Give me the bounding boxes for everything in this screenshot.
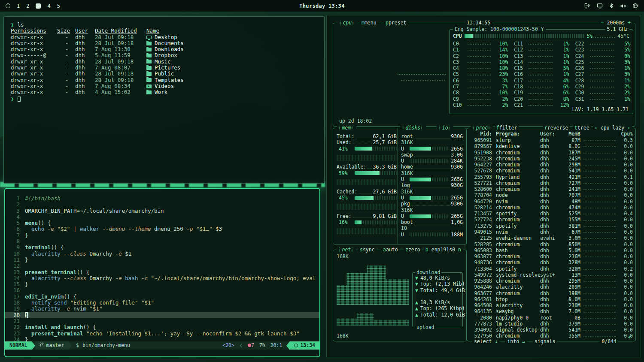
process-row[interactable]: 965083bashdhh5.0M0.0	[470, 247, 633, 253]
workspace-4[interactable]: 4	[47, 3, 50, 9]
workspace-indicator-icon[interactable]	[6, 3, 10, 8]
program-column-header[interactable]: Program:	[492, 131, 540, 137]
workspace-1[interactable]: 1	[17, 3, 20, 9]
process-row[interactable]: 778704nodedhh707M0.0	[470, 192, 633, 198]
process-row[interactable]: 394092signal-desktopdhh541M0.0	[470, 327, 633, 333]
editor-line[interactable]: 23 present_terminal "echo 'Installing $1…	[5, 331, 319, 337]
process-row[interactable]: 879567kdenlivedhh8.0G0.0	[470, 143, 633, 149]
editor-line[interactable]: 11}	[5, 257, 319, 263]
update-interval-control[interactable]: − 2000ms +	[599, 20, 632, 26]
download-arrow-icon: ▼	[415, 281, 418, 287]
process-user: dhh	[540, 180, 561, 186]
process-row[interactable]: 963677chromiumdhh198M0.0	[470, 290, 633, 296]
net-auto-button[interactable]: aauto	[381, 247, 400, 253]
preset-button[interactable]: ppreset	[384, 20, 408, 26]
display-icon[interactable]	[597, 3, 603, 9]
net-zero-button[interactable]: zzero	[404, 247, 422, 253]
menu-button[interactable]: mmenu	[360, 20, 378, 26]
process-row[interactable]: 527678chromiumdhh543M0.0	[470, 168, 633, 174]
process-row[interactable]: 964261btopdhh8.0M0.0	[470, 296, 633, 302]
signals-button[interactable]: signals	[533, 338, 557, 344]
process-row[interactable]: 528214chromiumdhh474M0.0	[470, 205, 633, 211]
process-row[interactable]: 527950chromiumdhh355M0.0	[470, 333, 633, 339]
process-row[interactable]: 952238chromiumdhh245M0.0	[470, 156, 633, 162]
process-row[interactable]: 777873lm-studiodhh379M0.0	[470, 321, 633, 327]
pid-column-header[interactable]: Pid:	[470, 131, 492, 137]
logout-icon[interactable]	[584, 3, 590, 9]
process-row[interactable]: 713457spotifydhh525M0.4	[470, 211, 633, 217]
process-row[interactable]: 713275spotifydhh381M0.0	[470, 223, 633, 229]
editor-line[interactable]: 14 alacritty --class Omarchy -e bash -c …	[5, 275, 319, 281]
disk-row: root930G	[401, 133, 463, 139]
process-row[interactable]: 925888chromiumdhh295M0.0	[470, 278, 633, 284]
process-row[interactable]: 2125avahi-daemonavahi3.0M0.0	[470, 235, 633, 241]
net-sync-button[interactable]: ssync	[358, 247, 377, 253]
editor-line[interactable]: 6 echo -e "$2" | walker --dmenu --theme …	[5, 226, 319, 232]
editor-line[interactable]: 17edit_in_nvim() {	[5, 294, 319, 300]
editor-line[interactable]: 5menu() {	[5, 220, 319, 226]
process-row[interactable]: 549972systemd-resolvesyst+13M0.0	[470, 272, 633, 278]
process-row[interactable]: 527724chromiumdhh155M0.0	[470, 217, 633, 223]
editor-line[interactable]: 13present_terminal() {	[5, 269, 319, 275]
editor-line[interactable]: 7}	[5, 232, 319, 238]
process-row[interactable]: 528285chromiumdhh850M0.0	[470, 241, 633, 247]
terminal-input-line[interactable]: ❯	[11, 96, 324, 102]
editor-line[interactable]: 20}	[5, 312, 319, 318]
process-row[interactable]: 949015nvimdhh67M0.0	[470, 229, 633, 235]
process-row[interactable]: 2080napi/phy0-0root0B0.0	[470, 315, 633, 321]
process-row[interactable]: 948736chromiumdhh328M0.0	[470, 259, 633, 265]
process-row[interactable]: 964720nvimdhh48M0.0	[470, 199, 633, 205]
io-box-title[interactable]: io	[437, 125, 453, 131]
memb-column-header[interactable]: MemB	[561, 131, 580, 137]
tree-button[interactable]: ttree	[573, 125, 591, 131]
disk-used-value: 265G	[451, 195, 463, 201]
process-row[interactable]: 527721chromiumdhh727M0.0	[470, 180, 633, 186]
editor-line[interactable]: 24}	[5, 337, 319, 341]
globe-icon[interactable]	[632, 3, 638, 9]
process-row[interactable]: 951908chromiumdhh387M0.0	[470, 150, 633, 156]
process-row[interactable]: 255793Hyprlanddhh421M0.1	[470, 174, 633, 180]
net-interface-selector[interactable]: b enp191s0 n	[424, 247, 463, 253]
select-button[interactable]: select ↓	[472, 338, 499, 344]
folder-icon	[146, 42, 152, 45]
reverse-button[interactable]: rreverse	[543, 125, 570, 131]
editor-line[interactable]: 10 alacritty --class Omarchy -e $1	[5, 251, 319, 257]
editor-line[interactable]: 15}	[5, 281, 319, 287]
editor-line[interactable]: 22install_and_launch() {	[5, 324, 319, 330]
process-row[interactable]: 965091slurpdhh87M0.3	[470, 137, 633, 143]
editor-buffer[interactable]: 1#!/bin/bash23OMARCHY_BIN_PATH=~/.local/…	[5, 189, 319, 341]
editor-line[interactable]: 12	[5, 263, 319, 269]
process-row[interactable]: 963877chromiumdhh216M0.0	[470, 253, 633, 259]
process-mem: 87M	[561, 137, 580, 143]
bluetooth-icon[interactable]	[609, 3, 614, 9]
editor-line[interactable]: 4	[5, 214, 319, 220]
core-name: C17	[514, 78, 527, 84]
editor-line[interactable]: 8	[5, 238, 319, 244]
sort-selector[interactable]: ‹ cpu lazy ›	[593, 125, 632, 131]
filter-button[interactable]: ffilter	[495, 125, 519, 131]
process-row[interactable]: 964227chromiumdhh298M0.0	[470, 162, 633, 168]
process-row[interactable]: 713304spotifydhh320M0.2	[470, 266, 633, 272]
user-column-header[interactable]: User:	[540, 131, 561, 137]
process-row[interactable]: 964135swaybgdhh7.0M0.0	[470, 308, 633, 314]
editor-line[interactable]: 18 notify-send "Editing config file" "$1…	[5, 300, 319, 306]
editor-line[interactable]: 3OMARCHY_BIN_PATH=~/.local/share/omarchy…	[5, 208, 319, 214]
process-row[interactable]: 528600chromiumdhh241M0.0	[470, 186, 633, 192]
process-row[interactable]: 964246alacrittydhh209M0.0	[470, 284, 633, 290]
scroll-down-icon[interactable]: ↓	[628, 334, 631, 340]
process-row[interactable]: 964508alacrittydhh210M0.0	[470, 302, 633, 308]
workspace-2[interactable]: 2	[26, 3, 29, 9]
cpu-meter-label: CPU	[453, 33, 462, 39]
editor-line[interactable]: 1#!/bin/bash	[5, 196, 319, 202]
editor-line[interactable]: 19 alacritty -e nvim "$1"	[5, 306, 319, 312]
volume-icon[interactable]	[620, 3, 626, 9]
editor-line[interactable]: 2	[5, 202, 319, 208]
workspace-active-indicator[interactable]	[36, 3, 41, 9]
core-meter	[468, 78, 491, 81]
editor-line[interactable]: 16	[5, 287, 319, 293]
editor-line[interactable]: 21	[5, 318, 319, 324]
info-button[interactable]: info ↵	[505, 338, 527, 344]
editor-line[interactable]: 9terminal() {	[5, 244, 319, 250]
workspace-5[interactable]: 5	[57, 3, 60, 9]
cpu-column-header[interactable]: Cpu%	[619, 131, 633, 137]
